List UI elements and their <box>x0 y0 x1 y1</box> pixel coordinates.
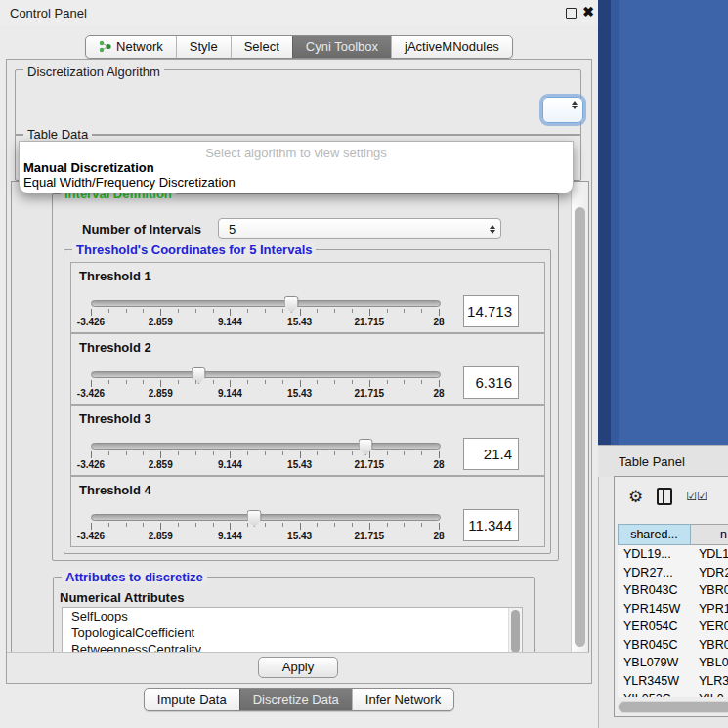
cell-shared-name[interactable]: YDR27... <box>618 566 691 579</box>
axis-tick-label: -3.426 <box>77 317 105 327</box>
apply-button[interactable]: Apply <box>258 657 339 678</box>
popup-hint-text: Select algorithm to view settings <box>20 146 573 160</box>
table-row[interactable]: YBR043C YBR0 <box>618 581 728 600</box>
threshold-row: Threshold 1 -3.4262.8599.14415.4321.7152… <box>70 262 545 333</box>
popup-item-manual-discretization[interactable]: Manual Discretization <box>23 160 154 175</box>
cell-shared-name[interactable]: YPR145W <box>618 602 691 616</box>
threshold-label: Threshold 1 <box>79 269 151 283</box>
tab-label: Select <box>244 39 279 54</box>
axis-tick-label: -3.426 <box>77 459 105 470</box>
tab-jactivemnodules[interactable]: jActiveMNodules <box>391 36 512 58</box>
axis-tick-label: 2.859 <box>149 317 173 327</box>
tab-discretize-data[interactable]: Discretize Data <box>239 689 352 710</box>
cell-name[interactable]: YDR2 <box>691 566 728 579</box>
cell-name[interactable]: YBR0 <box>691 583 728 597</box>
cell-name[interactable]: YER0 <box>691 620 728 633</box>
table-row[interactable]: YDR27... YDR2 <box>618 564 728 582</box>
slider-track[interactable] <box>91 514 441 521</box>
cell-shared-name[interactable]: YLR345W <box>618 674 691 688</box>
attributes-group: Attributes to discretize Numerical Attri… <box>53 577 535 654</box>
app-root: { "window": { "title": "Control Panel" }… <box>0 0 728 728</box>
column-header-shared-name[interactable]: shared... <box>618 524 691 545</box>
scrollbar-thumb[interactable] <box>619 702 728 712</box>
scrollbar-thumb[interactable] <box>511 610 520 653</box>
algorithm-combobox[interactable] <box>542 97 583 123</box>
slider-track[interactable] <box>91 300 441 307</box>
axis-tick-label: 21.715 <box>355 459 385 470</box>
cell-shared-name[interactable]: YBL079W <box>618 656 691 669</box>
axis-tick-label: 9.144 <box>218 317 242 327</box>
cell-name[interactable]: YBR0 <box>691 638 728 652</box>
attribute-list-item[interactable]: SelfLoops <box>63 608 522 624</box>
threshold-value-input[interactable] <box>463 509 519 541</box>
axis-tick-label: 9.144 <box>218 388 242 399</box>
scrollbar-thumb[interactable] <box>575 207 585 647</box>
threshold-row: Threshold 4 -3.4262.8599.14415.4321.7152… <box>70 476 545 547</box>
tab-select[interactable]: Select <box>231 36 292 58</box>
axis-tick-label: 15.43 <box>287 459 312 470</box>
tab-impute-data[interactable]: Impute Data <box>145 689 239 710</box>
combo-stepper-icon <box>485 225 500 234</box>
cell-name[interactable]: YDL1 <box>691 547 728 561</box>
threshold-row: Threshold 3 -3.4262.8599.14415.4321.7152… <box>70 405 545 476</box>
threshold-value-input[interactable] <box>463 438 519 470</box>
table-panel-titlebar: Table Panel <box>598 445 728 477</box>
tab-label: Network <box>116 39 163 54</box>
table-row[interactable]: YBL079W YBL0 <box>618 654 728 672</box>
cell-shared-name[interactable]: YER054C <box>618 620 691 633</box>
tab-style[interactable]: Style <box>176 36 231 58</box>
table-row[interactable]: YER054C YER0 <box>618 618 728 636</box>
control-panel: Control Panel ✖ NetworkStyleSelectCyni T… <box>0 0 599 728</box>
slider-ticks <box>91 451 439 459</box>
table-horizontal-scrollbar[interactable] <box>618 701 728 713</box>
apply-row: Apply <box>7 652 589 682</box>
axis-tick-label: 2.859 <box>149 459 173 470</box>
cell-name[interactable]: YIL0 <box>691 692 728 697</box>
slider-track[interactable] <box>91 371 441 378</box>
network-desktop: GAL80GACGAL11GAL4GCY1HHAP2 <box>598 0 728 445</box>
cell-name[interactable]: YLR3 <box>691 674 728 688</box>
attributes-list-scrollbar[interactable] <box>508 608 522 654</box>
threshold-value-input[interactable] <box>463 366 519 399</box>
threshold-label: Threshold 3 <box>79 411 151 426</box>
table-row[interactable]: YPR145W YPR1 <box>618 600 728 619</box>
number-of-intervals-combobox[interactable]: 5 <box>218 218 501 239</box>
cell-shared-name[interactable]: YBR045C <box>618 638 691 652</box>
settings-gear-icon[interactable]: ⚙ <box>628 489 643 505</box>
axis-tick-label: 2.859 <box>149 388 173 399</box>
tab-network[interactable]: Network <box>86 36 176 58</box>
interval-definition-group: Interval Definition Number of Intervals … <box>52 193 559 561</box>
slider-ticks <box>91 523 439 531</box>
settings-vertical-scrollbar[interactable] <box>571 182 588 653</box>
tab-infer-network[interactable]: Infer Network <box>352 689 453 710</box>
threshold-value-input[interactable] <box>463 295 519 327</box>
algorithm-group: Discretization Algorithm <box>15 69 581 136</box>
thresholds-group: Threshold's Coordinates for 5 Intervals … <box>64 249 551 554</box>
tab-label: Impute Data <box>157 692 227 707</box>
axis-tick-label: 15.43 <box>287 531 312 541</box>
column-header-name[interactable]: n <box>691 524 728 545</box>
table-row[interactable]: YIL052C YIL0 <box>618 690 728 697</box>
popup-item-equal-width-frequency[interactable]: Equal Width/Frequency Discretization <box>23 175 236 190</box>
close-icon[interactable]: ✖ <box>582 4 594 20</box>
slider-track[interactable] <box>91 443 441 450</box>
cell-name[interactable]: YBL0 <box>691 656 728 669</box>
numerical-attributes-list[interactable]: SelfLoopsTopologicalCoefficientBetweenne… <box>62 607 523 654</box>
axis-tick-label: -3.426 <box>77 531 105 541</box>
network-icon <box>99 40 111 53</box>
split-view-icon[interactable] <box>657 488 672 505</box>
select-columns-icon[interactable]: ☑☑ <box>686 490 707 503</box>
tab-label: Discretize Data <box>253 692 339 707</box>
cell-shared-name[interactable]: YDL19... <box>618 547 691 561</box>
top-tab-group: NetworkStyleSelectCyni ToolboxjActiveMNo… <box>85 35 513 59</box>
table-row[interactable]: YLR345W YLR3 <box>618 672 728 691</box>
float-window-icon[interactable] <box>566 8 577 19</box>
cell-shared-name[interactable]: YBR043C <box>618 583 691 597</box>
table-row[interactable]: YBR045C YBR0 <box>618 636 728 655</box>
attribute-list-item[interactable]: TopologicalCoefficient <box>63 624 522 641</box>
cell-shared-name[interactable]: YIL052C <box>618 692 691 697</box>
cell-name[interactable]: YPR1 <box>691 602 728 616</box>
table-header: shared... n <box>618 524 728 545</box>
table-row[interactable]: YDL19... YDL1 <box>618 545 728 564</box>
tab-cyni-toolbox[interactable]: Cyni Toolbox <box>292 36 391 58</box>
